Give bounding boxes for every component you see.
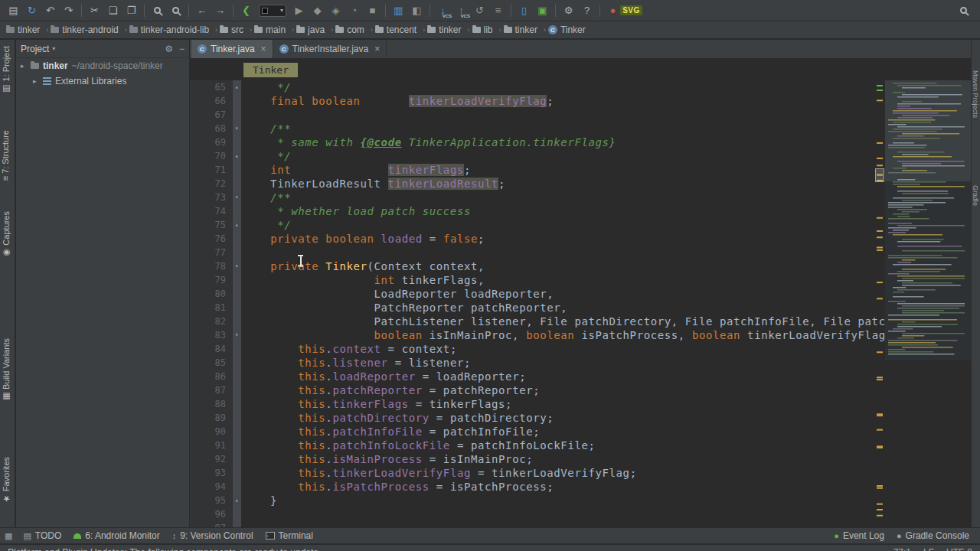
code-line-text[interactable] [241, 108, 243, 122]
breadcrumb-item[interactable]: src› [220, 24, 252, 35]
code-line-text[interactable]: */ [241, 149, 291, 163]
status-widget[interactable]: UTF-8 [946, 547, 972, 551]
editor-tab[interactable]: CTinkerInstaller.java× [273, 40, 387, 58]
minimap[interactable] [885, 80, 971, 360]
tool-window-button-6-android-monitor[interactable]: 6: Android Monitor [67, 530, 165, 541]
code-line-text[interactable]: } [241, 494, 277, 507]
code-line-text[interactable] [241, 246, 243, 259]
toolwindow-toggle-icon[interactable]: ▦ [5, 531, 12, 541]
tool-tab-build-variants[interactable]: ▦ Build Variants [1, 338, 11, 402]
vcs-revert-icon[interactable]: ↺ [471, 2, 488, 19]
tool-tab-maven-projects[interactable]: Maven Projects [972, 70, 979, 118]
tool-tab-captures[interactable]: ◉ Captures [1, 211, 11, 258]
android-monitor-icon[interactable]: ▥ [390, 2, 407, 19]
debug-icon[interactable]: ◆ [309, 2, 326, 19]
code-line-text[interactable] [241, 521, 243, 527]
vcs-update-icon[interactable]: ↓VCS [434, 2, 452, 19]
code-line-text[interactable]: * same with {@code TinkerApplication.tin… [241, 135, 616, 149]
breadcrumb-item[interactable]: tinker› [6, 24, 48, 35]
paste-icon[interactable]: ❐ [122, 2, 140, 19]
tool-tab-7-structure[interactable]: ≡ 7: Structure [1, 130, 10, 181]
find-in-path-icon[interactable] [167, 2, 185, 19]
undo-icon[interactable]: ↶ [41, 2, 59, 19]
class-breadcrumb-chip[interactable]: Tinker [243, 63, 298, 77]
code-line-text[interactable]: this.loadReporter = loadReporter; [241, 370, 526, 383]
cut-icon[interactable]: ✂ [86, 2, 103, 19]
fold-marker-icon[interactable]: ▾ [233, 191, 241, 204]
breadcrumb-item[interactable]: tinker-android› [51, 24, 126, 35]
code-line-text[interactable]: /** [241, 191, 291, 204]
collapse-all-icon[interactable]: − [179, 44, 185, 54]
breadcrumb-item[interactable]: lib› [472, 24, 501, 35]
tool-window-button-9-version-control[interactable]: ↕9: Version Control [166, 530, 260, 541]
open-project-icon[interactable]: ▤ [5, 2, 22, 19]
help-icon[interactable]: ? [578, 2, 596, 19]
code-line-text[interactable]: int tinkerFlags, [241, 273, 485, 287]
svg-plugin-icon[interactable]: SVG [622, 2, 640, 19]
code-line-text[interactable]: this.patchInfoFile = patchInfoFile; [241, 425, 540, 439]
tool-tab-gradle[interactable]: Gradle [972, 185, 979, 206]
tool-tab-1-project[interactable]: ▤ 1: Project [1, 46, 11, 94]
fold-marker-icon[interactable]: ▾ [233, 328, 241, 342]
fold-marker-icon[interactable]: ▴ [233, 80, 241, 94]
code-area[interactable]: 65▴ */66 final boolean tinkerLoadVerifyF… [190, 80, 971, 527]
expand-arrow-icon[interactable]: ▸ [33, 77, 39, 85]
breadcrumb-item[interactable]: tinker› [427, 24, 469, 35]
copy-icon[interactable]: ❏ [104, 2, 122, 19]
make-project-icon[interactable]: ❮ [237, 2, 255, 19]
avd-manager-icon[interactable]: ▯ [515, 2, 533, 19]
code-line-text[interactable]: PatchListener listener, File patchDirect… [241, 315, 971, 328]
breadcrumb-item[interactable]: tencent› [375, 24, 425, 35]
run-with-coverage-icon[interactable]: ◈ [327, 2, 345, 19]
code-line-text[interactable]: this.isMainProcess = isInMainProc; [241, 452, 533, 466]
fold-marker-icon[interactable]: ▾ [233, 122, 241, 135]
code-line-text[interactable]: */ [241, 218, 291, 232]
code-line-text[interactable] [241, 507, 243, 521]
code-line-text[interactable]: TinkerLoadResult tinkerLoadResult; [241, 177, 505, 191]
status-message[interactable]: Platform and Plugin Updates: The followi… [8, 547, 880, 551]
project-root-item[interactable]: ▸ tinker ~/android-space/tinker [16, 58, 189, 73]
code-line-text[interactable]: this.tinkerFlags = tinkerFlags; [241, 397, 512, 411]
profile-icon[interactable]: ◔ [345, 2, 363, 19]
stop-icon[interactable]: ■ [364, 2, 381, 19]
code-line-text[interactable]: final boolean tinkerLoadVerifyFlag; [241, 94, 554, 108]
breadcrumb-item[interactable]: tinker› [504, 24, 546, 35]
chevron-down-icon[interactable]: ▾ [52, 45, 55, 52]
vcs-commit-icon[interactable]: ↑VCS [452, 2, 470, 19]
gear-icon[interactable]: ⚙ [165, 44, 173, 54]
tool-window-button-todo[interactable]: ▤TODO [17, 530, 67, 541]
redo-icon[interactable]: ↷ [60, 2, 77, 19]
status-widget[interactable]: 77:1 [893, 547, 911, 551]
code-line-text[interactable]: this.patchInfoLockFile = patchInfoLockFi… [241, 439, 596, 452]
status-widget[interactable]: LF [923, 547, 934, 551]
breadcrumb-item[interactable]: main› [254, 24, 294, 35]
code-line-text[interactable]: this.patchDirectory = patchDirectory; [241, 411, 554, 425]
close-icon[interactable]: × [374, 44, 380, 54]
code-line-text[interactable]: int tinkerFlags; [241, 163, 471, 177]
tool-window-button-event-log[interactable]: ●Event Log [828, 530, 890, 541]
error-stripe[interactable] [874, 80, 885, 527]
code-line-text[interactable]: * whether load patch success [241, 204, 471, 218]
code-line-text[interactable]: /** [241, 122, 291, 135]
project-panel-title[interactable]: Project [21, 44, 49, 54]
run-icon[interactable]: ▶ [290, 2, 308, 19]
close-icon[interactable]: × [261, 44, 266, 54]
settings-icon[interactable]: ⚙ [560, 2, 577, 19]
code-line-text[interactable]: this.patchReporter = patchReporter; [241, 383, 540, 397]
fold-marker-icon[interactable]: ▴ [233, 218, 241, 232]
breadcrumb-item[interactable]: tinker-android-lib› [129, 24, 217, 35]
fold-marker-icon[interactable]: ▾ [233, 259, 241, 273]
code-line-text[interactable]: this.tinkerLoadVerifyFlag = tinkerLoadVe… [241, 466, 637, 480]
search-everywhere-icon[interactable] [955, 2, 972, 19]
code-line-text[interactable]: boolean isInMainProc, boolean isPatchPro… [241, 328, 906, 342]
run-configurations[interactable]: ▾ [256, 2, 289, 19]
navigate-back-icon[interactable]: ← [193, 2, 211, 19]
record-screen-icon[interactable]: ● [604, 2, 622, 19]
screen-capture-icon[interactable]: ◧ [408, 2, 426, 19]
sdk-manager-icon[interactable]: ▣ [534, 2, 551, 19]
code-line-text[interactable]: private Tinker(Context context, [241, 259, 485, 273]
expand-arrow-icon[interactable]: ▸ [21, 62, 27, 70]
navigate-forward-icon[interactable]: → [211, 2, 229, 19]
code-line-text[interactable]: */ [241, 80, 291, 94]
breadcrumb-item[interactable]: com› [335, 24, 373, 35]
